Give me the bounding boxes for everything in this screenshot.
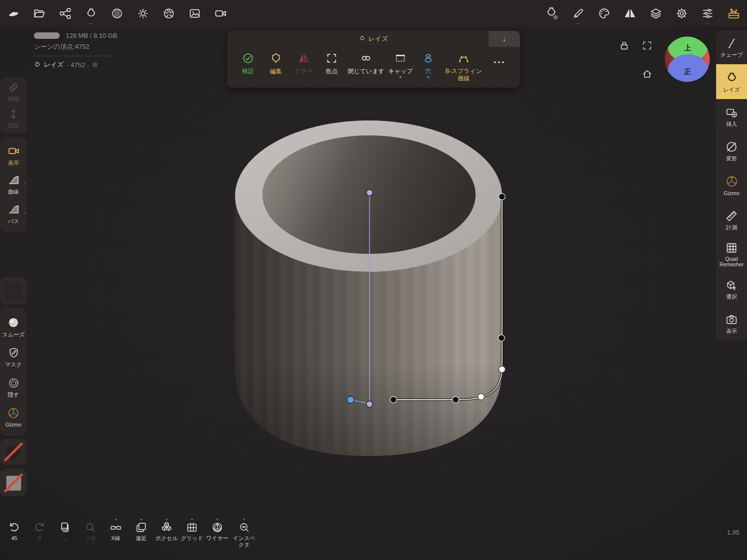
history-pages-button[interactable]: ▲ ... — [53, 517, 77, 548]
chevron-right-icon: › — [24, 181, 25, 186]
gear-badge-icon — [553, 14, 558, 20]
solo-button[interactable]: ▲ ソロ — [78, 517, 103, 548]
sync-pin-group: 同期 固定 — [0, 77, 27, 134]
scene-graph-button[interactable] — [58, 0, 73, 27]
undo-button[interactable]: ▲ 45 — [2, 517, 26, 548]
nav-top-label: 上 — [684, 44, 691, 52]
tools-lathe-button[interactable]: ⋯ — [84, 0, 99, 27]
focus-button[interactable]: 焦点▼ — [319, 52, 345, 80]
video-camera-icon — [7, 145, 20, 157]
fullscreen-button[interactable] — [641, 40, 653, 51]
tool-gizmo[interactable]: Gizmo — [716, 168, 747, 203]
undo-icon — [8, 521, 20, 534]
hole-button[interactable]: 穴▼ — [415, 52, 441, 80]
grid-button[interactable]: ▲ グリッド — [180, 517, 204, 548]
glasses-icon — [110, 521, 122, 534]
brush-button[interactable]: ⋯ — [571, 0, 586, 27]
lathe-pot-icon — [34, 61, 41, 68]
tool-deform[interactable]: 変形 — [716, 133, 747, 168]
magnifier-icon — [84, 521, 97, 534]
hide-button[interactable]: 隠す — [0, 377, 27, 399]
color-swatch-button[interactable] — [0, 277, 27, 305]
tool-quad-remesher[interactable]: Quad Remesher — [716, 237, 747, 272]
inspector-button[interactable]: ▲ インスペクタ — [231, 517, 257, 548]
deform-icon — [725, 140, 738, 153]
wireframe-button[interactable]: ▲ ワイヤー — [205, 517, 230, 548]
navigation-sphere[interactable]: 上 正 — [664, 36, 710, 82]
pin-button[interactable]: 固定 — [0, 108, 27, 129]
focus-brackets-icon — [325, 52, 338, 65]
viewport-3d[interactable] — [0, 27, 747, 560]
material-palette-button[interactable] — [597, 0, 612, 27]
lock-camera-button[interactable] — [619, 40, 630, 51]
fullscreen-icon — [641, 40, 653, 51]
interface-sliders-button[interactable]: ⋯ — [700, 0, 715, 27]
xray-button[interactable]: ▲ X線 — [104, 517, 128, 548]
topology-button[interactable] — [110, 0, 124, 27]
bspline-button[interactable]: B-スプライン曲線▼ — [443, 52, 484, 87]
path-ramp-icon — [7, 203, 20, 216]
curve-mode-button[interactable]: 曲線 › — [0, 174, 27, 196]
panel-title: レイズ — [369, 34, 388, 43]
collapse-panel-button[interactable]: ↓ — [488, 31, 520, 47]
tool-insert[interactable]: 挿入 — [716, 99, 747, 133]
more-dots-icon: ⋯ — [700, 21, 715, 25]
tool-measure[interactable]: 計測 — [716, 203, 747, 237]
lock-icon — [619, 40, 630, 51]
tool-view[interactable]: 表示 — [716, 307, 747, 341]
mirror-button[interactable]: ミラー▼ — [291, 52, 317, 80]
viewport-scale: 1.95 — [727, 529, 740, 536]
dither-square-icon — [92, 62, 98, 68]
gizmo-icon — [725, 175, 739, 188]
mask-button[interactable]: マスク — [0, 346, 27, 368]
layer-entry[interactable]: レイズ · 4752 · — [34, 60, 117, 69]
pages-icon — [59, 521, 71, 534]
texture-none-icon — [2, 472, 24, 494]
cap-button[interactable]: キャップ▼ — [387, 52, 413, 80]
gizmo-button[interactable]: Gizmo — [0, 407, 27, 428]
bspline-curve-icon — [457, 52, 470, 65]
redo-button[interactable]: ▲ 0 — [27, 517, 52, 548]
sync-button[interactable]: 同期 — [0, 82, 27, 103]
edit-button[interactable]: 編集▼ — [263, 52, 289, 80]
grid-icon — [186, 521, 198, 534]
settings-button[interactable] — [674, 0, 689, 27]
smooth-brush-button[interactable]: スムーズ — [0, 316, 27, 338]
tool-lathe[interactable]: レイズ — [716, 64, 747, 99]
ellipsis-icon — [493, 56, 505, 69]
perspective-icon — [135, 521, 147, 534]
path-mode-button[interactable]: パス › — [0, 203, 27, 225]
texture-none-button[interactable] — [0, 469, 27, 496]
inspector-eye-icon — [238, 521, 250, 534]
more-dots-icon: ⋯ — [84, 21, 99, 25]
voxel-button[interactable]: ▲ ボクセル — [154, 517, 179, 548]
app-logo-icon[interactable] — [6, 0, 21, 27]
validate-button[interactable]: 検証▼ — [235, 52, 261, 80]
background-image-button[interactable] — [187, 0, 202, 27]
tool-select[interactable]: 選択 — [716, 272, 747, 306]
layers-button[interactable] — [648, 0, 663, 27]
postprocess-button[interactable] — [161, 0, 176, 27]
curve-ramp-icon — [7, 174, 20, 186]
panel-header[interactable]: レイズ ↓ — [227, 31, 520, 47]
hide-dotted-sphere-icon — [7, 377, 20, 389]
layer-tool-name: レイズ — [44, 60, 64, 69]
files-button[interactable] — [32, 0, 47, 27]
matcap-none-icon — [2, 441, 24, 463]
view-mode-button[interactable]: 表示 — [0, 145, 27, 167]
home-view-button[interactable] — [641, 68, 653, 80]
camera-view-button[interactable] — [213, 0, 228, 27]
perspective-button[interactable]: ▲ 遠近 — [129, 517, 153, 548]
tool-settings-button[interactable] — [545, 0, 560, 27]
symmetry-button[interactable] — [622, 0, 637, 27]
lighting-button[interactable] — [135, 0, 150, 27]
nav-front-label: 正 — [684, 68, 691, 76]
redo-icon — [33, 521, 46, 534]
closed-loop-button[interactable]: 閉じています▼ — [347, 52, 385, 80]
workbench-button[interactable] — [726, 0, 741, 27]
top-toolbar: ⋯ ⋯ — [0, 0, 747, 27]
select-cube-cursor-icon — [725, 279, 738, 292]
matcap-none-button[interactable] — [0, 439, 27, 465]
tool-tube[interactable]: チューブ — [716, 30, 747, 64]
more-options-button[interactable]: ▼ — [486, 52, 512, 73]
